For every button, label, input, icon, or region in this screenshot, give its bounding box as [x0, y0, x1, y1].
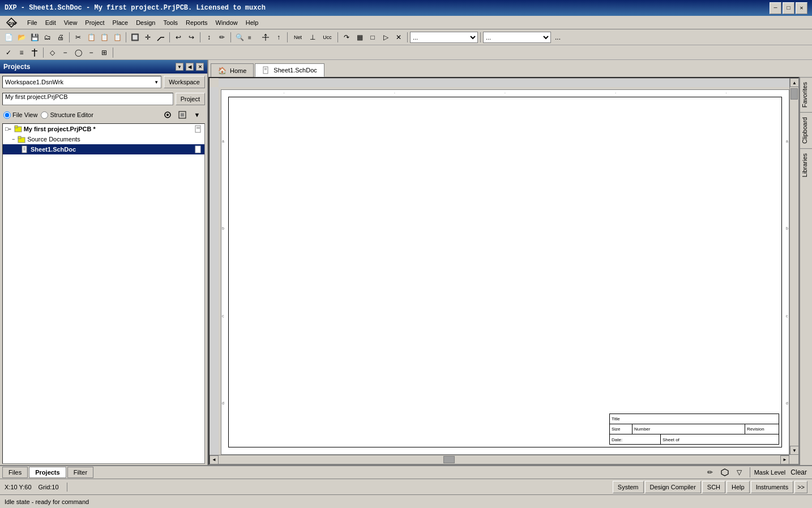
redo-btn[interactable]: ↪ — [185, 31, 198, 44]
tool8[interactable]: ⊞ — [98, 46, 110, 59]
tool4[interactable]: ◇ — [46, 46, 58, 59]
select-all-btn[interactable]: 🔲 — [129, 31, 141, 44]
bottom-triangle-icon[interactable]: ▽ — [733, 466, 746, 479]
net-btn[interactable]: Net — [290, 31, 306, 44]
hier-btn[interactable]: ≡ — [15, 46, 28, 59]
tab-filter[interactable]: Filter — [67, 467, 93, 478]
sch-btn[interactable]: SCH — [702, 481, 725, 493]
tab-projects[interactable]: Projects — [29, 467, 66, 478]
paste-btn[interactable]: 📋 — [98, 31, 110, 44]
filter-combo[interactable]: ... — [483, 32, 551, 43]
zoom-in-btn[interactable]: ≡ — [246, 31, 259, 44]
check-btn[interactable]: ✓ — [2, 46, 15, 59]
arrow-btn[interactable]: >> — [794, 481, 807, 493]
menu-window[interactable]: Window — [212, 18, 241, 27]
copy-btn[interactable]: 📋 — [85, 31, 97, 44]
paste-special-btn[interactable]: 📋 — [111, 31, 123, 44]
pan-btn[interactable] — [259, 31, 272, 44]
tab-sheet1[interactable]: Sheet1.SchDoc — [255, 63, 324, 77]
menu-help[interactable]: Help — [242, 18, 262, 27]
scrollbar-thumb-v[interactable] — [790, 88, 798, 100]
place-btn[interactable]: ✛ — [142, 31, 154, 44]
more-btn[interactable]: ... — [552, 31, 564, 44]
scroll-left-arrow[interactable]: ◄ — [210, 455, 219, 464]
menu-project[interactable]: Project — [82, 18, 108, 27]
project-name-input[interactable]: My first project.PrjPCB — [2, 93, 173, 105]
move-btn[interactable]: ↕ — [203, 31, 215, 44]
wire-btn[interactable] — [155, 31, 167, 44]
system-btn[interactable]: System — [613, 481, 644, 493]
sidebar-libraries[interactable]: Libraries — [800, 148, 812, 182]
canvas-area[interactable]: ····· abcd abcd Title — [208, 77, 800, 465]
help-btn[interactable]: Help — [726, 481, 750, 493]
design-compiler-btn[interactable]: Design Compiler — [645, 481, 701, 493]
scroll-up-arrow[interactable]: ▲ — [790, 78, 799, 87]
tree-sheet1[interactable]: Sheet1.SchDoc — [3, 144, 204, 154]
panel-dropdown-btn[interactable]: ▼ — [176, 63, 183, 71]
open-btn[interactable]: 📂 — [15, 31, 28, 44]
panel-collapse-btn[interactable]: ◀ — [186, 63, 194, 71]
structure-editor-radio-label[interactable]: Structure Editor — [41, 111, 93, 119]
menu-view[interactable]: View — [61, 18, 81, 27]
tab-home[interactable]: 🏠 Home — [211, 63, 254, 77]
scroll-down-arrow[interactable]: ▼ — [790, 446, 799, 455]
view-icon-dropdown[interactable]: ▼ — [190, 109, 204, 121]
project-button[interactable]: Project — [176, 93, 205, 105]
clear-btn[interactable]: Clear — [788, 466, 810, 479]
mirror-btn[interactable]: ▦ — [353, 31, 366, 44]
new-btn[interactable]: 📄 — [2, 31, 15, 44]
left-ruler-marks: abcd — [222, 97, 224, 447]
menu-design[interactable]: Design — [133, 18, 159, 27]
menu-place[interactable]: Place — [109, 18, 132, 27]
tool6[interactable]: ◯ — [72, 46, 84, 59]
scroll-right-arrow[interactable]: ► — [780, 455, 789, 464]
align-btn[interactable]: □ — [366, 31, 379, 44]
delete-btn[interactable]: ✕ — [392, 31, 405, 44]
pencil-btn[interactable]: ✏ — [216, 31, 228, 44]
panel-close-btn[interactable]: ✕ — [196, 63, 204, 71]
zoom-area-btn[interactable]: ↑ — [272, 31, 285, 44]
view-icon-1[interactable] — [161, 109, 174, 121]
tool7[interactable]: − — [85, 46, 97, 59]
vcc-btn[interactable]: Ucc — [319, 31, 335, 44]
rotate-btn[interactable]: ↷ — [340, 31, 353, 44]
save-all-btn[interactable]: 🗂 — [41, 31, 54, 44]
tree-source-docs[interactable]: − Source Documents — [3, 134, 204, 144]
dxp-logo[interactable]: DXP — [2, 16, 23, 29]
down-btn[interactable] — [28, 46, 41, 59]
scrollbar-horizontal[interactable]: ◄ ► — [210, 455, 789, 464]
scrollbar-thumb-h[interactable] — [443, 456, 455, 463]
tool5[interactable]: − — [59, 46, 71, 59]
structure-editor-radio[interactable] — [41, 111, 48, 119]
sidebar-clipboard[interactable]: Clipboard — [800, 112, 812, 148]
save-btn[interactable]: 💾 — [28, 31, 41, 44]
view-icon-2[interactable] — [176, 109, 189, 121]
array-btn[interactable]: ▷ — [379, 31, 392, 44]
scrollbar-vertical[interactable]: ▲ ▼ — [789, 78, 798, 455]
close-button[interactable]: ✕ — [796, 2, 807, 14]
maximize-button[interactable]: □ — [783, 2, 794, 14]
tab-files[interactable]: Files — [2, 467, 28, 478]
workspace-button[interactable]: Workspace — [164, 76, 205, 88]
panel-controls: ▼ ◀ ✕ — [176, 63, 204, 71]
bottom-pencil-icon[interactable]: ✏ — [704, 466, 716, 479]
workspace-combo[interactable]: Workspace1.DsnWrk ▼ — [2, 76, 161, 88]
file-view-radio[interactable] — [3, 111, 11, 119]
instruments-btn[interactable]: Instruments — [751, 481, 793, 493]
sidebar-favorites[interactable]: Favorites — [800, 77, 812, 112]
title-block-title-row: Title — [610, 414, 779, 424]
undo-btn[interactable]: ↩ — [172, 31, 185, 44]
minimize-button[interactable]: ─ — [770, 2, 781, 14]
menu-reports[interactable]: Reports — [182, 18, 211, 27]
menu-edit[interactable]: Edit — [42, 18, 59, 27]
menu-tools[interactable]: Tools — [160, 18, 181, 27]
tree-root-project[interactable]: □− My first project.PrjPCB * — [3, 124, 204, 134]
bottom-hex-icon[interactable] — [719, 466, 731, 479]
file-view-radio-label[interactable]: File View — [3, 111, 37, 119]
cut-btn[interactable]: ✂ — [72, 31, 84, 44]
zoom-combo[interactable]: ... — [410, 32, 478, 43]
print-btn[interactable]: 🖨 — [54, 31, 67, 44]
gnd-btn[interactable]: ⊥ — [306, 31, 319, 44]
zoom-fit-btn[interactable]: 🔍 — [233, 31, 246, 44]
menu-file[interactable]: File — [24, 18, 41, 27]
